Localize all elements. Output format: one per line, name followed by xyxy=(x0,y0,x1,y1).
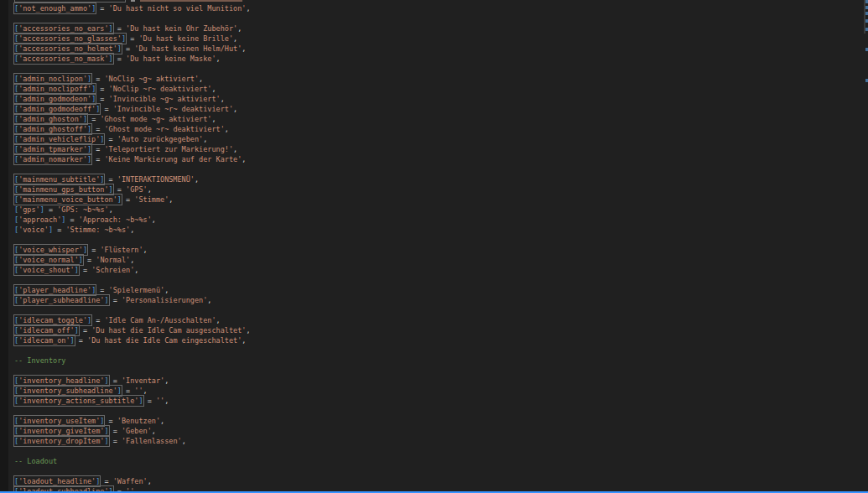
code-line-admin_nomarker[interactable]: ['admin_nomarker'] = 'Keine Markierung a… xyxy=(0,154,861,164)
key-string: 'inventory_dropItem' xyxy=(18,437,104,445)
comma: , xyxy=(216,54,221,63)
equals-operator: = xyxy=(96,286,108,294)
code-line-mainmenu_subtitle[interactable]: ['mainmenu_subtitle'] = 'INTERAKTIONSMEN… xyxy=(0,174,861,184)
code-line-inventory_giveItem[interactable]: ['inventory_giveItem'] = 'Geben', xyxy=(0,426,861,436)
code-line-mainmenu_voice_button[interactable]: ['mainmenu_voice_button'] = 'Stimme', xyxy=(0,195,861,205)
code-line-player_headline[interactable]: ['player_headline'] = 'Spielermenü', xyxy=(0,285,861,295)
blank-line[interactable] xyxy=(0,466,861,476)
key-highlight-box: ['inventory_headline'] xyxy=(14,376,109,386)
code-line-mainmenu_gps_button[interactable]: ['mainmenu_gps_button'] = 'GPS', xyxy=(0,184,861,195)
code-line-idlecam_off[interactable]: ['idlecam_off'] = 'Du hast die Idle Cam … xyxy=(0,325,861,335)
equals-operator: = xyxy=(104,417,117,425)
blank-line[interactable] xyxy=(0,446,861,456)
code-line-voice_normal[interactable]: ['voice_normal'] = 'Normal', xyxy=(0,255,861,265)
key-string: 'accessories_no_ears' xyxy=(18,24,108,33)
comment-line[interactable]: -- Loadout xyxy=(0,456,861,466)
blank-line[interactable] xyxy=(0,13,861,23)
key-highlight-box: ['admin_ghoston'] xyxy=(14,114,87,124)
code-line-admin_ghoston[interactable]: ['admin_ghoston'] = 'Ghost mode ~g~ akti… xyxy=(0,114,861,124)
code-line-voice_whisper[interactable]: ['voice_whisper'] = 'Flüstern', xyxy=(0,245,861,255)
comma: , xyxy=(246,4,250,13)
comma: , xyxy=(152,215,156,224)
code-line-inventory_actions_subtitle[interactable]: ['inventory_actions_subtitle'] = '', xyxy=(0,396,861,406)
key-highlight-box: ['admin_godmodeon'] xyxy=(14,94,96,104)
comma: , xyxy=(211,85,216,93)
code-line-inventory_subheadline[interactable]: ['inventory_subheadline'] = '', xyxy=(0,386,861,396)
equals-operator: = xyxy=(87,246,100,254)
equals-operator: = xyxy=(109,376,122,385)
comma: , xyxy=(143,246,148,254)
value-string: 'NoClip ~g~ aktiviert' xyxy=(105,75,200,83)
code-line-admin_godmodeon[interactable]: ['admin_godmodeon'] = 'Invincible ~g~ ak… xyxy=(0,94,861,104)
key-highlight-box: ['voice_normal'] xyxy=(14,255,83,265)
key-string: 'admin_godmodeoff' xyxy=(18,105,96,113)
code-line-loadout_headline[interactable]: ['loadout_headline'] = 'Waffen', xyxy=(0,476,861,486)
key-highlight-box: ['inventory_subheadline'] xyxy=(14,386,122,396)
code-line-inventory_useItem[interactable]: ['inventory_useItem'] = 'Benutzen', xyxy=(0,416,861,426)
equals-operator: = xyxy=(96,4,108,13)
blank-line[interactable] xyxy=(0,366,861,376)
blank-line[interactable] xyxy=(0,345,861,355)
value-string: '' xyxy=(134,387,143,395)
comma: , xyxy=(143,387,148,395)
comma: , xyxy=(164,376,169,385)
code-line-voice[interactable]: ['voice'] = 'Stimme: ~b~%s', xyxy=(0,225,861,235)
code-line-inventory_dropItem[interactable]: ['inventory_dropItem'] = 'Fallenlassen', xyxy=(0,436,861,446)
code-line-admin_ghostoff[interactable]: ['admin_ghostoff'] = 'Ghost mode ~r~ dea… xyxy=(0,124,861,134)
key-highlight-box: ['accessories_no_helmet'] xyxy=(14,44,122,54)
code-line-idlecam_on[interactable]: ['idlecam_on'] = 'Du hast die Idle Cam e… xyxy=(0,335,861,345)
key-string: 'accessories_no_mask' xyxy=(18,54,108,63)
code-line-admin_noclipoff[interactable]: ['admin_noclipoff'] = 'NoClip ~r~ deakti… xyxy=(0,84,861,94)
code-line-idlecam_toggle[interactable]: ['idlecam_toggle'] = 'Idle Cam An-/Aussc… xyxy=(0,315,861,325)
code-line-admin_vehicleflip[interactable]: ['admin_vehicleflip'] = 'Auto zurückgege… xyxy=(0,134,861,144)
code-line-player_subheadline[interactable]: ['player_subheadline'] = 'Personalisieru… xyxy=(0,295,861,305)
blank-line[interactable] xyxy=(0,64,861,74)
key-string: 'admin_tpmarker' xyxy=(18,145,87,153)
key-string: 'inventory_useItem' xyxy=(18,417,100,425)
code-line-admin_noclipon[interactable]: ['admin_noclipon'] = 'NoClip ~g~ aktivie… xyxy=(0,74,861,84)
cut-off-line[interactable] xyxy=(0,0,861,3)
code-line-not_enough_ammo[interactable]: ['not_enough_ammo'] = 'Du hast nicht so … xyxy=(0,3,861,13)
comma: , xyxy=(164,397,169,405)
value-string: 'Auto zurückgegeben' xyxy=(117,135,203,143)
key-string: 'player_subheadline' xyxy=(18,296,104,304)
code-line-accessories_no_helmet[interactable]: ['accessories_no_helmet'] = 'Du hast kei… xyxy=(0,44,861,54)
key-string: 'admin_noclipoff' xyxy=(18,85,91,93)
key-highlight-box: ['idlecam_toggle'] xyxy=(14,315,91,325)
equals-operator: = xyxy=(122,44,134,53)
key-string: 'idlecam_on' xyxy=(18,336,70,345)
blank-line[interactable] xyxy=(0,305,861,315)
key-highlight-box: ['player_headline'] xyxy=(14,285,96,295)
blank-line[interactable] xyxy=(0,275,861,285)
blank-line[interactable] xyxy=(0,406,861,416)
code-line-gps[interactable]: ['gps'] = 'GPS: ~b~%s', xyxy=(0,205,861,215)
code-line-accessories_no_glasses[interactable]: ['accessories_no_glasses'] = 'Du hast ke… xyxy=(0,34,861,44)
equals-operator: = xyxy=(79,266,91,274)
key-string: 'admin_noclipon' xyxy=(18,75,87,83)
code-line-admin_godmodeoff[interactable]: ['admin_godmodeoff'] = 'Invincible ~r~ d… xyxy=(0,104,861,114)
comma: , xyxy=(242,155,246,163)
blank-line[interactable] xyxy=(0,164,861,174)
code-line-admin_tpmarker[interactable]: ['admin_tpmarker'] = 'Teleportiert zur M… xyxy=(0,144,861,154)
code-line-voice_shout[interactable]: ['voice_shout'] = 'Schreien', xyxy=(0,265,861,275)
comma: , xyxy=(242,336,246,345)
equals-operator: = xyxy=(100,477,112,485)
cut-text-fragment xyxy=(140,0,242,2)
key-highlight-box: ['mainmenu_subtitle'] xyxy=(14,174,104,184)
code-area[interactable]: ['not_enough_ammo'] = 'Du hast nicht so … xyxy=(0,0,861,493)
equals-operator: = xyxy=(87,115,100,123)
code-line-approach[interactable]: ['approach'] = 'Approach: ~b~%s', xyxy=(0,215,861,225)
value-string: 'Du hast keinen Helm/Hut' xyxy=(134,44,242,53)
comment-line[interactable]: -- Inventory xyxy=(0,355,861,366)
key-string: 'idlecam_off' xyxy=(18,326,75,335)
code-line-inventory_headline[interactable]: ['inventory_headline'] = 'Inventar', xyxy=(0,376,861,386)
blank-line[interactable] xyxy=(0,235,861,245)
value-string: 'Ghost mode ~r~ deaktiviert' xyxy=(105,125,225,133)
cut-key-highlight-box xyxy=(14,0,126,3)
code-line-accessories_no_ears[interactable]: ['accessories_no_ears'] = 'Du hast kein … xyxy=(0,23,861,34)
value-string: 'NoClip ~r~ deaktiviert' xyxy=(109,85,212,93)
code-line-accessories_no_mask[interactable]: ['accessories_no_mask'] = 'Du hast keine… xyxy=(0,54,861,64)
equals-operator: = xyxy=(104,175,117,184)
key-highlight-box: ['mainmenu_gps_button'] xyxy=(14,184,113,195)
comma: , xyxy=(199,75,203,83)
